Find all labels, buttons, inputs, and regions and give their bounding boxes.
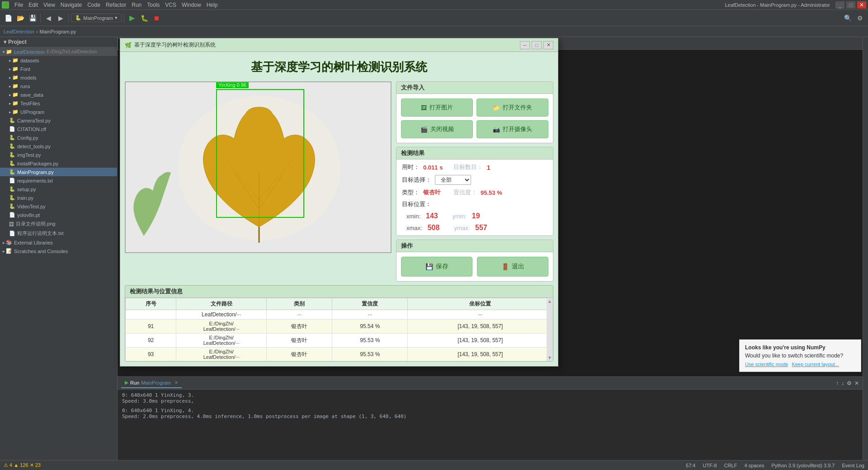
tree-item-readme-png[interactable]: 🖼 目录文件说明.png <box>0 219 117 229</box>
table-scroll-up[interactable]: ▲ <box>547 299 552 304</box>
run-tab-close[interactable]: ✕ <box>175 380 178 385</box>
tree-item-mainprogram[interactable]: 🐍 MainProgram.py <box>0 168 117 176</box>
save-button[interactable]: 💾 保存 <box>401 257 472 277</box>
tree-item-save-data[interactable]: ▸ 📁 save_data <box>0 90 117 99</box>
detection-result-title: 检测结果 <box>396 147 553 160</box>
type-value: 银杏叶 <box>423 188 441 197</box>
tree-item-setup[interactable]: 🐍 setup.py <box>0 185 117 193</box>
leaf-app-title: 基于深度学习的树叶检测识别系统 <box>125 56 553 78</box>
toolbar-new[interactable]: 📄 <box>3 13 14 24</box>
open-image-button[interactable]: 🖼 打开图片 <box>401 99 473 117</box>
table-scrollbar[interactable]: ▲ ▼ <box>547 298 553 361</box>
open-camera-icon: 📷 <box>493 126 500 133</box>
menu-run[interactable]: Run <box>129 2 144 8</box>
app-name-breadcrumb: LeafDetection <box>4 29 34 34</box>
leaf-minimize-button[interactable]: ─ <box>520 41 530 49</box>
close-video-button[interactable]: 🎬 关闭视频 <box>401 120 473 138</box>
tree-item-installpackages[interactable]: 🐍 installPackages.py <box>0 159 117 168</box>
run-scroll-down[interactable]: ↓ <box>841 380 844 386</box>
leaf-app-body: 基于深度学习的树叶检测识别系统 <box>120 52 558 366</box>
menu-edit[interactable]: Edit <box>26 2 41 8</box>
table-row-1[interactable]: 91 E:/DingZhi/LeafDetection/··· 银杏叶 95.5… <box>126 320 553 334</box>
save-label: 保存 <box>436 263 448 271</box>
open-camera-button[interactable]: 📷 打开摄像头 <box>476 120 548 138</box>
tree-item-readme-txt[interactable]: 📄 程序运行说明文本.txt <box>0 229 117 238</box>
tree-item-uiprogram[interactable]: ▸ 📁 UIProgram <box>0 108 117 116</box>
col-header-path: 文件路径 <box>176 298 267 310</box>
numpy-body: Would you like to switch scientific mode… <box>745 352 855 359</box>
line-sep-status: CRLF <box>724 463 737 468</box>
menu-refactor[interactable]: Refactor <box>103 2 129 8</box>
leaf-window-titlebar[interactable]: 🌿 基于深度学习的树叶检测识别系统 ─ □ ✕ <box>120 38 558 52</box>
menu-tools[interactable]: Tools <box>144 2 162 8</box>
run-config-selector[interactable]: 🐍 MainProgram ▾ <box>71 14 122 22</box>
toolbar-save[interactable]: 💾 <box>27 13 38 24</box>
run-scroll-up[interactable]: ↑ <box>836 380 839 386</box>
save-icon: 💾 <box>425 263 433 270</box>
xmax-label: xmax: <box>406 225 422 231</box>
project-tab-bar: LeafDetection › MainProgram.py <box>0 26 868 37</box>
tree-item-testfiles[interactable]: ▸ 📁 TestFiles <box>0 99 117 108</box>
count-value: 1 <box>486 164 490 171</box>
minimize-button[interactable]: _ <box>835 1 844 9</box>
toolbar-sep3 <box>124 14 124 23</box>
debug-button[interactable]: 🐛 <box>139 13 150 24</box>
tree-item-leafdetection[interactable]: ▾ 📁 LeafDetection E:/DingZhi/LeafDetecti… <box>0 47 117 56</box>
table-row-0[interactable]: LeafDetection/··· ··· ··· ··· <box>126 310 553 320</box>
run-close[interactable]: ✕ <box>854 380 859 386</box>
run-button[interactable]: ▶ <box>127 13 137 24</box>
tree-item-requirements[interactable]: 📄 requirements.txt <box>0 176 117 185</box>
run-config-icon: 🐍 <box>75 15 81 21</box>
close-button[interactable]: ✕ <box>857 1 866 9</box>
breadcrumb-sep: › <box>36 29 38 34</box>
menu-window[interactable]: Window <box>179 2 204 8</box>
tree-item-detect-tools[interactable]: 🐍 detect_tools.py <box>0 142 117 150</box>
tree-item-models[interactable]: ▸ 📁 models <box>0 73 117 82</box>
tree-item-runs[interactable]: ▸ 📁 runs <box>0 82 117 90</box>
menu-help[interactable]: Help <box>204 2 221 8</box>
run-output-area: 0: 640x640 1 YinXing, 3. Speed: 3.0ms pr… <box>118 390 863 460</box>
stop-button[interactable]: ⏹ <box>151 13 162 24</box>
tree-item-datasets[interactable]: ▸ 📁 datasets <box>0 56 117 65</box>
toolbar-back[interactable]: ◀ <box>43 13 54 24</box>
run-tab[interactable]: ▶ Run MainProgram ✕ <box>121 378 182 388</box>
tree-item-videotest[interactable]: 🐍 VideoTest.py <box>0 202 117 211</box>
numpy-link-keep[interactable]: Keep current layout... <box>792 362 839 367</box>
maximize-button[interactable]: □ <box>846 1 855 9</box>
menu-code[interactable]: Code <box>85 2 103 8</box>
toolbar-forward[interactable]: ▶ <box>55 13 66 24</box>
target-select-dropdown[interactable]: 全部 <box>435 175 471 185</box>
tree-item-imgtest[interactable]: 🐍 imgTest.py <box>0 150 117 159</box>
exit-button[interactable]: 🚪 退出 <box>477 257 548 277</box>
table-row-3[interactable]: 93 E:/DingZhi/LeafDetection/··· 银杏叶 95.5… <box>126 348 553 362</box>
menu-navigate[interactable]: Navigate <box>58 2 85 8</box>
tree-item-cameratest[interactable]: 🐍 CameraTest.py <box>0 116 117 125</box>
table-scroll-down[interactable]: ▼ <box>547 355 552 360</box>
menu-vcs[interactable]: VCS <box>162 2 179 8</box>
toolbar-sep1 <box>40 14 41 23</box>
tree-item-scratches[interactable]: ▸ 📝 Scratches and Consoles <box>0 247 117 255</box>
tree-item-external-libs[interactable]: ▸ 📚 External Libraries <box>0 238 117 247</box>
project-header[interactable]: ▾ Project <box>0 37 117 47</box>
detection-box-label: YinXing 0.96 <box>216 82 249 88</box>
tree-item-train[interactable]: 🐍 train.py <box>0 193 117 202</box>
menu-view[interactable]: View <box>41 2 58 8</box>
toolbar-open[interactable]: 📂 <box>15 13 26 24</box>
menu-file[interactable]: File <box>12 2 26 8</box>
tree-item-citation[interactable]: 📄 CITATION.cff <box>0 125 117 133</box>
tree-item-font[interactable]: ▸ 📁 Font <box>0 65 117 73</box>
toolbar: 📄 📂 💾 ◀ ▶ 🐍 MainProgram ▾ ▶ 🐛 ⏹ 🔍 ⚙ <box>0 10 868 26</box>
leaf-maximize-button[interactable]: □ <box>532 41 542 49</box>
leaf-close-button[interactable]: ✕ <box>543 41 553 49</box>
run-settings[interactable]: ⚙ <box>847 380 852 386</box>
exit-label: 退出 <box>512 263 524 271</box>
tree-item-config[interactable]: 🐍 Config.py <box>0 133 117 142</box>
type-label: 类型： <box>402 188 420 197</box>
ymin-label: ymin: <box>453 213 467 220</box>
tree-item-yolov8[interactable]: 📄 yolov8n.pt <box>0 211 117 219</box>
table-row-2[interactable]: 92 E:/DingZhi/LeafDetection/··· 银杏叶 95.5… <box>126 334 553 348</box>
search-everywhere-button[interactable]: 🔍 <box>842 13 853 24</box>
open-folder-button[interactable]: 📁 打开文件夹 <box>476 99 548 117</box>
numpy-link-scientific[interactable]: Use scientific mode <box>745 362 788 367</box>
settings-button[interactable]: ⚙ <box>854 13 865 24</box>
